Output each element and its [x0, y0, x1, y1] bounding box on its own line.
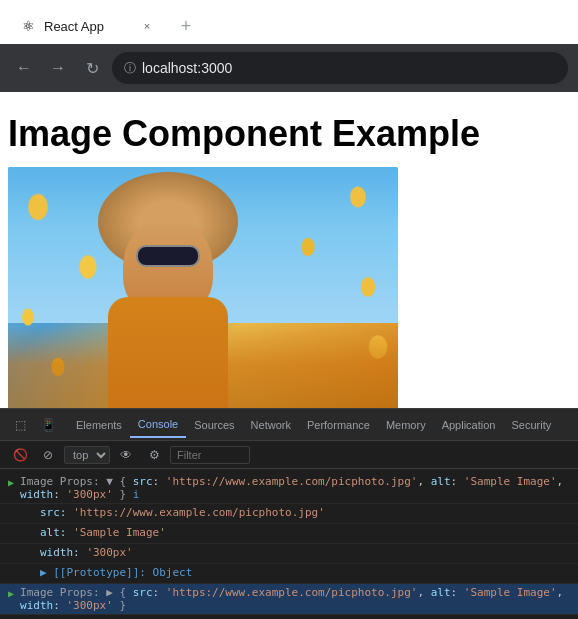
console-content-1: Image Props: ▼ { src: 'https://www.examp…: [20, 475, 570, 501]
new-tab-button[interactable]: +: [172, 12, 200, 40]
eye-button[interactable]: 👁: [114, 443, 138, 467]
devtools-panel: ⬚ 📱 Elements Console Sources Network Per…: [0, 408, 578, 619]
console-close-brace-6: }: [119, 599, 126, 612]
key-alt: alt:: [40, 526, 67, 539]
val-width: '300px': [86, 546, 132, 559]
url-text: localhost:3000: [142, 60, 232, 76]
tab-favicon: ⚛: [20, 18, 36, 34]
tab-network[interactable]: Network: [243, 413, 299, 437]
console-arrow-1: ▶: [8, 477, 14, 488]
console-width-key-6: width: [20, 599, 53, 612]
forward-button[interactable]: →: [44, 54, 72, 82]
console-src-val: 'https://www.example.com/picphoto.jpg': [166, 475, 418, 488]
colon6-1: :: [153, 586, 166, 599]
console-line-1: ▶ Image Props: ▼ { src: 'https://www.exa…: [0, 473, 578, 504]
console-open-brace-6: {: [119, 586, 126, 599]
reload-button[interactable]: ↻: [78, 54, 106, 82]
console-expand-arrow-1[interactable]: ▼: [106, 475, 113, 488]
console-filter-input[interactable]: [170, 446, 250, 464]
colon6-2: :: [451, 586, 464, 599]
console-label-1: Image Props:: [20, 475, 99, 488]
active-tab[interactable]: ⚛ React App ×: [8, 9, 168, 43]
console-content-3: alt: 'Sample Image': [40, 526, 570, 539]
console-alt-key: alt: [431, 475, 451, 488]
devtools-device-icon[interactable]: 📱: [36, 413, 60, 437]
val-src: 'https://www.example.com/picphoto.jpg': [73, 506, 325, 519]
console-toolbar: 🚫 ⊘ top 👁 ⚙: [0, 441, 578, 469]
sample-image: [8, 167, 398, 427]
console-alt-val: 'Sample Image': [464, 475, 557, 488]
tab-performance[interactable]: Performance: [299, 413, 378, 437]
console-line-6: ▶ Image Props: ▶ { src: 'https://www.exa…: [0, 584, 578, 615]
console-content-5: ▶ [[Prototype]]: Object: [40, 566, 570, 579]
val-alt: 'Sample Image': [73, 526, 166, 539]
console-arrow-6: ▶: [8, 588, 14, 599]
console-line-3: alt: 'Sample Image': [0, 524, 578, 544]
console-width-val: '300px': [66, 488, 112, 501]
image-person-layer: [68, 187, 268, 427]
console-alt-val-6: 'Sample Image': [464, 586, 557, 599]
colon1: :: [153, 475, 166, 488]
console-info-icon[interactable]: i: [133, 488, 140, 501]
colon2: :: [451, 475, 464, 488]
tab-application[interactable]: Application: [434, 413, 504, 437]
colon6-3: :: [53, 599, 66, 612]
console-output: ▶ Image Props: ▼ { src: 'https://www.exa…: [0, 469, 578, 619]
tab-console[interactable]: Console: [130, 412, 186, 438]
tab-close-button[interactable]: ×: [138, 17, 156, 35]
console-expand-arrow-6[interactable]: ▶: [106, 586, 113, 599]
tab-security[interactable]: Security: [503, 413, 559, 437]
console-width-val-6: '300px': [66, 599, 112, 612]
colon3: :: [53, 488, 66, 501]
tab-bar: ⚛ React App × +: [0, 0, 578, 44]
console-content-6: Image Props: ▶ { src: 'https://www.examp…: [20, 586, 570, 612]
person-sunglasses: [136, 245, 200, 267]
console-width-key: width: [20, 488, 53, 501]
comma2: ,: [557, 475, 564, 488]
console-line-4: width: '300px': [0, 544, 578, 564]
console-line-2: src: 'https://www.example.com/picphoto.j…: [0, 504, 578, 524]
tab-sources[interactable]: Sources: [186, 413, 242, 437]
comma1: ,: [417, 475, 430, 488]
browser-window: ⚛ React App × + ← → ↻ ⓘ localhost:3000 I…: [0, 0, 578, 427]
comma6-1: ,: [417, 586, 430, 599]
show-errors-button[interactable]: ⊘: [36, 443, 60, 467]
console-content-2: src: 'https://www.example.com/picphoto.j…: [40, 506, 570, 519]
secure-icon: ⓘ: [124, 60, 136, 77]
console-alt-key-6: alt: [431, 586, 451, 599]
console-line-5: ▶ [[Prototype]]: Object: [0, 564, 578, 584]
tab-memory[interactable]: Memory: [378, 413, 434, 437]
devtools-inspect-icon[interactable]: ⬚: [8, 413, 32, 437]
nav-bar: ← → ↻ ⓘ localhost:3000: [0, 44, 578, 92]
comma6-2: ,: [557, 586, 564, 599]
page-content: Image Component Example: [0, 92, 578, 427]
tab-title: React App: [44, 19, 130, 34]
console-open-brace-1: {: [119, 475, 126, 488]
console-label-6: Image Props:: [20, 586, 99, 599]
console-src-key: src: [133, 475, 153, 488]
console-src-key-6: src: [133, 586, 153, 599]
console-content-4: width: '300px': [40, 546, 570, 559]
key-width: width:: [40, 546, 80, 559]
address-bar[interactable]: ⓘ localhost:3000: [112, 52, 568, 84]
tab-elements[interactable]: Elements: [68, 413, 130, 437]
key-src: src:: [40, 506, 67, 519]
filter-icon[interactable]: ⚙: [142, 443, 166, 467]
devtools-tab-bar: ⬚ 📱 Elements Console Sources Network Per…: [0, 409, 578, 441]
devtools-icon-group: ⬚ 📱: [8, 413, 60, 437]
console-close-brace-1: }: [119, 488, 126, 501]
back-button[interactable]: ←: [10, 54, 38, 82]
clear-console-button[interactable]: 🚫: [8, 443, 32, 467]
page-heading: Image Component Example: [8, 112, 570, 155]
prototype-entry[interactable]: ▶ [[Prototype]]: Object: [40, 566, 192, 579]
context-selector[interactable]: top: [64, 446, 110, 464]
console-src-val-6: 'https://www.example.com/picphoto.jpg': [166, 586, 418, 599]
